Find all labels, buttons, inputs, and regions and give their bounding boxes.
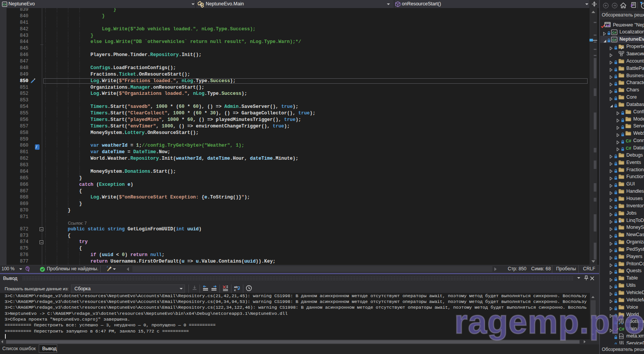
svg-text:C#: C# (3, 3, 7, 6)
svg-text:c: c (234, 288, 236, 292)
svg-text:C#: C# (626, 139, 631, 143)
svg-text:C#: C# (612, 30, 616, 34)
svg-text:C#: C# (626, 146, 631, 151)
svg-text:C#: C# (612, 38, 616, 41)
